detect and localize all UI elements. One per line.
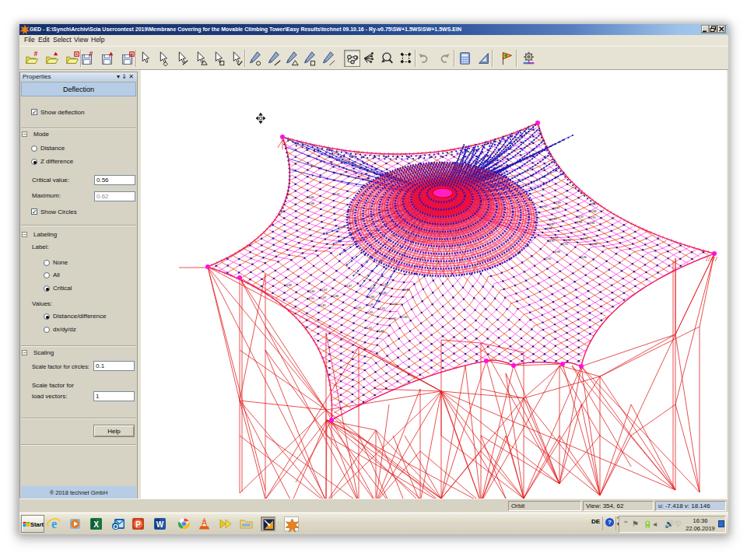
- svg-text:0.89: 0.89: [552, 218, 557, 221]
- svg-text:X: X: [93, 520, 99, 529]
- svg-text:0.89: 0.89: [367, 311, 373, 314]
- svg-text:0.90: 0.90: [591, 216, 596, 219]
- svg-text:0.88: 0.88: [309, 202, 314, 205]
- svg-text:0.90: 0.90: [309, 297, 314, 300]
- svg-text:0.87: 0.87: [321, 289, 327, 292]
- svg-text:0.90: 0.90: [356, 306, 361, 310]
- svg-text:0.86: 0.86: [402, 316, 407, 319]
- svg-text:0.87: 0.87: [554, 207, 559, 210]
- svg-text:0.88: 0.88: [369, 296, 374, 299]
- svg-text:0.90: 0.90: [545, 257, 551, 261]
- svg-text:0.87: 0.87: [321, 296, 326, 299]
- svg-text:0.92: 0.92: [578, 215, 584, 219]
- svg-text:0.86: 0.86: [310, 290, 315, 293]
- svg-text:0.86: 0.86: [589, 222, 594, 225]
- svg-text:0.86: 0.86: [591, 243, 597, 246]
- svg-text:0.92: 0.92: [583, 237, 588, 240]
- svg-text:0.92: 0.92: [563, 243, 568, 246]
- svg-text:0.92: 0.92: [380, 307, 385, 310]
- svg-text:P: P: [135, 520, 141, 529]
- svg-text:W: W: [156, 520, 164, 529]
- svg-text:0.87: 0.87: [549, 223, 555, 226]
- svg-text:0.90: 0.90: [566, 239, 571, 242]
- svg-text:0.88: 0.88: [333, 295, 338, 298]
- svg-text:0.87: 0.87: [346, 285, 352, 288]
- svg-text:0.89: 0.89: [368, 303, 374, 306]
- svg-text:0.86: 0.86: [581, 256, 587, 259]
- svg-text:0.92: 0.92: [366, 327, 372, 330]
- svg-text:0.89: 0.89: [405, 289, 410, 292]
- svg-text:0.92: 0.92: [391, 317, 396, 320]
- svg-text:0.92: 0.92: [335, 193, 340, 196]
- svg-text:0.90: 0.90: [542, 205, 547, 208]
- svg-text:0.88: 0.88: [577, 221, 582, 224]
- svg-text:0.90: 0.90: [392, 303, 398, 306]
- svg-text:0.86: 0.86: [378, 330, 384, 333]
- svg-text:0.89: 0.89: [556, 201, 561, 205]
- svg-text:0.88: 0.88: [286, 284, 292, 287]
- svg-text:0.88: 0.88: [591, 210, 596, 213]
- svg-text:#: #: [89, 51, 93, 58]
- svg-text:0.86: 0.86: [309, 196, 314, 199]
- svg-text:0.87: 0.87: [549, 240, 555, 243]
- svg-text:0.88: 0.88: [547, 227, 552, 230]
- svg-text:0.88: 0.88: [555, 250, 560, 254]
- svg-text:0.89: 0.89: [320, 304, 325, 307]
- svg-text:#: #: [34, 51, 38, 58]
- svg-text:O: O: [113, 523, 118, 530]
